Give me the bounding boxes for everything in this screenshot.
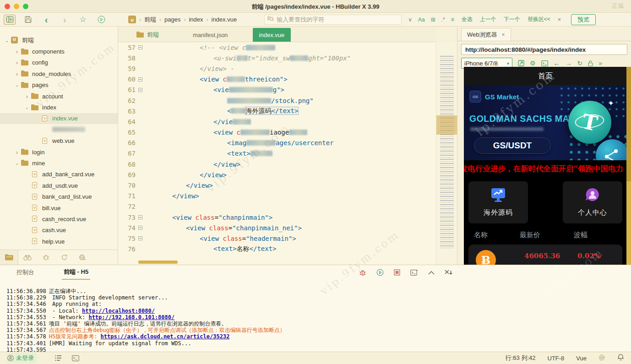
line-number[interactable]: 59 (118, 65, 136, 72)
browser-scrollbar-thumb[interactable] (626, 67, 631, 181)
match-case-icon[interactable]: Aa (418, 16, 425, 23)
expand-search-icon[interactable]: ∨ (408, 16, 412, 23)
tree-item-add_usdt.vue[interactable]: add_usdt.vue (0, 180, 118, 191)
editor-tab-manifest.json[interactable]: manifest.json (186, 28, 234, 42)
regex-icon[interactable]: .* (441, 16, 445, 23)
forward-icon[interactable]: › (59, 15, 71, 25)
save-icon[interactable] (22, 15, 34, 25)
explorer-folder-icon[interactable] (0, 250, 18, 265)
breadcrumb-pages[interactable]: pages (164, 16, 180, 23)
tree-item-login[interactable]: ›login (0, 147, 118, 158)
browser-refresh-icon[interactable]: ↻ (577, 60, 583, 67)
line-number[interactable]: 60 (118, 76, 136, 83)
line-number[interactable]: 71 (118, 192, 136, 200)
tree-item-index[interactable]: ⌄index (0, 102, 118, 113)
line-number[interactable]: 57 (118, 44, 136, 51)
gs-usdt-button[interactable]: GS/USDT (474, 137, 551, 154)
cloud-globe-icon[interactable] (73, 250, 92, 265)
back-icon[interactable]: ‹ (40, 15, 52, 25)
line-number[interactable]: 62 (118, 97, 136, 104)
preview-button[interactable]: 预览 (571, 14, 596, 25)
tree-item-account[interactable]: ›account (0, 91, 118, 102)
line-number[interactable]: 66 (118, 139, 136, 147)
minimap[interactable] (436, 42, 457, 265)
fold-marker-icon[interactable] (136, 88, 145, 92)
whole-word-icon[interactable]: ⊞ (431, 16, 435, 23)
chevron-down-icon[interactable]: ⌄ (14, 82, 20, 87)
console-log-output[interactable]: 11:56:36.898正在编译中...11:56:38.229 INFO St… (6, 288, 285, 353)
settings-gear-icon[interactable]: ⚙ (530, 60, 536, 67)
collapse-panel-icon[interactable] (428, 271, 435, 275)
log-link[interactable]: http://192.168.0.101:8080/ (88, 314, 174, 321)
toggle-sidebar-icon[interactable] (4, 15, 16, 25)
debug-bug-icon[interactable] (359, 269, 366, 276)
open-external-icon[interactable] (518, 60, 524, 66)
line-number[interactable]: 72 (118, 203, 136, 210)
code-line-62[interactable]: 62/stock.png" (118, 95, 436, 106)
horizontal-scrollbar[interactable] (138, 261, 178, 264)
code-area[interactable]: 57<!-- <view c58<u-swit="index_swght="10… (118, 42, 436, 257)
editor-tab-前端[interactable]: 前端 (130, 28, 165, 42)
line-number[interactable]: 63 (118, 108, 136, 115)
announcement-marquee[interactable]: 发电行业进步，在新时代全面开启“领跑中国电力 (464, 160, 627, 178)
select-all-button[interactable]: 全选 (462, 16, 473, 23)
tree-item-cash_record.vue[interactable]: cash_record.vue (0, 213, 118, 224)
chevron-right-icon[interactable]: › (24, 93, 30, 100)
notification-bell-icon[interactable] (618, 354, 624, 362)
chevron-right-icon[interactable]: › (14, 59, 20, 66)
run-icon[interactable] (95, 15, 107, 25)
chevron-down-icon[interactable]: ⌄ (24, 105, 30, 110)
code-line-61[interactable]: 61<vieg"> (118, 85, 436, 95)
code-line-64[interactable]: 64</vie (118, 116, 436, 127)
new-terminal-icon[interactable] (410, 269, 418, 276)
chevron-down-icon[interactable]: ⌄ (4, 38, 10, 43)
breadcrumb-file[interactable]: index.vue (212, 16, 237, 23)
line-number[interactable]: 65 (118, 129, 136, 136)
replace-area-button[interactable]: 替换区<< (528, 16, 550, 23)
tree-item-obscured[interactable] (0, 124, 118, 135)
filter-lines-icon[interactable]: ≡ (451, 16, 454, 23)
code-line-73[interactable]: 73<view class="chanpinmain"> (118, 212, 436, 223)
more-chevrons-icon[interactable]: » (598, 60, 602, 67)
browser-back-icon[interactable]: ← (554, 60, 560, 67)
tree-item-web.vue[interactable]: web.vue (0, 136, 118, 147)
tree-item-help.vue[interactable]: help.vue (0, 236, 118, 247)
chevron-right-icon[interactable]: › (14, 149, 20, 156)
search-input[interactable]: 输入要查找的字符 (264, 15, 402, 25)
fold-marker-icon[interactable] (136, 236, 145, 240)
code-line-75[interactable]: 75<view class="headermain"> (118, 233, 436, 244)
bookmark-star-icon[interactable]: ☆ (77, 15, 89, 25)
line-number[interactable]: 76 (118, 245, 136, 253)
code-line-58[interactable]: 58<u-swit="index_swght="100px" (118, 53, 436, 63)
tree-item-bank_card_list.vue[interactable]: bank_card_list.vue (0, 191, 118, 202)
fold-marker-icon[interactable] (136, 77, 145, 81)
browser-tab[interactable]: Web浏览器 × (461, 28, 511, 41)
previous-match-button[interactable]: 上一个 (480, 16, 496, 23)
close-search-icon[interactable]: × (558, 16, 561, 23)
close-browser-tab-icon[interactable]: × (502, 32, 505, 38)
code-line-60[interactable]: 60<view cthreeicon"> (118, 74, 436, 85)
line-number[interactable]: 69 (118, 171, 136, 179)
lock-icon[interactable] (588, 60, 593, 66)
overseas-source-card[interactable]: 海外源码 (468, 181, 528, 223)
tree-item-bill.vue[interactable]: bill.vue (0, 202, 118, 213)
chevron-right-icon[interactable]: › (14, 71, 20, 77)
code-line-76[interactable]: 76<text>名称</text> (118, 244, 436, 255)
fold-marker-icon[interactable] (136, 45, 145, 49)
line-number[interactable]: 74 (118, 224, 136, 232)
next-match-button[interactable]: 下一个 (504, 16, 520, 23)
eslint-ball-icon[interactable] (598, 354, 606, 363)
line-number[interactable]: 68 (118, 161, 136, 168)
fold-marker-icon[interactable] (136, 215, 145, 219)
line-number[interactable]: 70 (118, 182, 136, 189)
tree-item-node_modules[interactable]: ›node_modules (0, 68, 118, 79)
debug-bug-icon[interactable] (37, 250, 55, 265)
user-center-card[interactable]: 个人中心 (563, 181, 622, 223)
login-status[interactable]: 未登录 (6, 353, 37, 363)
url-input[interactable]: http://localhost:8080/#/pages/index/inde… (461, 44, 627, 55)
chevron-right-icon[interactable]: › (14, 48, 20, 55)
line-number[interactable]: 61 (118, 86, 136, 93)
encoding[interactable]: UTF-8 (548, 355, 565, 362)
minimap-viewport[interactable] (436, 115, 457, 135)
code-line-63[interactable]: 63<海外源码</text> (118, 106, 436, 116)
